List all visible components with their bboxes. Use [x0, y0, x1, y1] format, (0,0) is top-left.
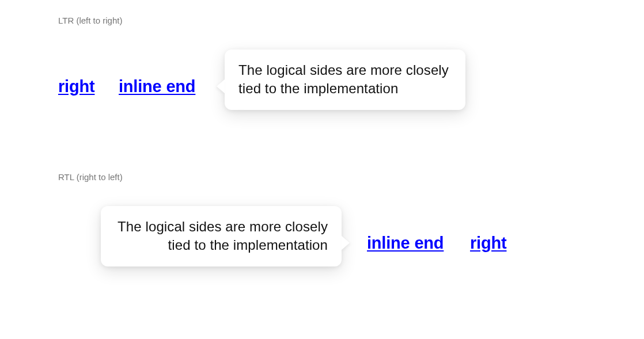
ltr-link-inline-end[interactable]: inline end	[119, 77, 195, 96]
ltr-popover: The logical sides are more closely tied …	[225, 49, 465, 110]
rtl-link-right[interactable]: right	[470, 234, 506, 253]
rtl-section-label: RTL (right to left)	[58, 172, 123, 182]
document-canvas: LTR (left to right) right inline end The…	[0, 0, 644, 339]
rtl-link-inline-end[interactable]: inline end	[367, 234, 444, 253]
popover-tip-left-icon	[217, 79, 225, 93]
ltr-popover-text: The logical sides are more closely tied …	[238, 62, 449, 96]
ltr-link-right[interactable]: right	[58, 77, 94, 96]
popover-tip-right-icon	[342, 236, 350, 250]
rtl-popover: The logical sides are more closely tied …	[101, 206, 342, 266]
rtl-popover-text: The logical sides are more closely tied …	[118, 219, 328, 253]
ltr-section-label: LTR (left to right)	[58, 16, 122, 25]
